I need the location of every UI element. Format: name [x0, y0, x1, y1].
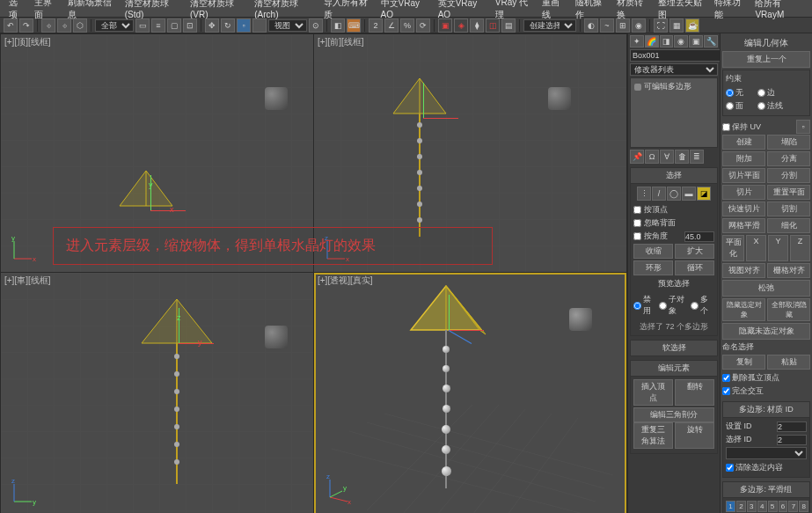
- undo-icon[interactable]: ↶: [4, 18, 18, 33]
- edit-tri-button[interactable]: 编辑三角剖分: [633, 407, 714, 422]
- create-button[interactable]: 创建: [722, 135, 765, 150]
- select-id-spinner[interactable]: [777, 435, 807, 445]
- viewport-perspective-label[interactable]: [+][透视][真实]: [318, 275, 373, 287]
- ring-button[interactable]: 环形: [633, 260, 673, 275]
- viewport-front-label[interactable]: [+][前][线框]: [318, 36, 364, 48]
- sg-2[interactable]: 2: [736, 501, 746, 512]
- constraint-normal-radio[interactable]: [757, 102, 765, 110]
- loop-button[interactable]: 循环: [675, 260, 714, 275]
- hierarchy-tab-icon[interactable]: ◨: [660, 35, 674, 48]
- selection-rollup-header[interactable]: 选择: [630, 167, 718, 184]
- preserve-uv-checkbox[interactable]: [722, 123, 730, 131]
- planar-y-button[interactable]: Y: [768, 235, 788, 261]
- set-id-spinner[interactable]: [777, 421, 807, 432]
- link-icon[interactable]: ⟐: [41, 18, 55, 33]
- edit-elements-rollup[interactable]: 编辑元素: [630, 360, 718, 377]
- msmooth-button[interactable]: 网格平滑: [722, 218, 765, 233]
- angle-spinner[interactable]: [684, 231, 714, 242]
- scale-icon[interactable]: ▫: [237, 18, 251, 33]
- border-subobj-icon[interactable]: ◯: [667, 187, 681, 201]
- viewport-left-label[interactable]: [+][車][线框]: [4, 275, 51, 287]
- selection-filter[interactable]: 全部: [95, 19, 134, 32]
- split-button[interactable]: 分割: [767, 168, 810, 183]
- unhide-all-button[interactable]: 全部取消隐藏: [767, 298, 810, 321]
- make-unique-icon[interactable]: ∀: [660, 150, 674, 164]
- edge-subobj-icon[interactable]: /: [652, 187, 666, 201]
- paste-sel-button[interactable]: 粘贴: [767, 355, 810, 370]
- constraint-face-radio[interactable]: [726, 102, 734, 110]
- sg-4[interactable]: 4: [757, 501, 767, 512]
- pin-stack-icon[interactable]: 📌: [630, 150, 644, 164]
- named-sel-icon[interactable]: ◈: [454, 18, 468, 33]
- material-editor-icon[interactable]: ◉: [632, 18, 646, 33]
- configure-sets-icon[interactable]: ≣: [690, 150, 704, 164]
- make-planar-button[interactable]: 平面化: [722, 235, 744, 261]
- pivot-icon[interactable]: ⊙: [309, 18, 323, 33]
- cut-button[interactable]: 切割: [767, 202, 810, 216]
- modify-tab-icon[interactable]: 🌈: [645, 35, 659, 48]
- hide-selected-button[interactable]: 隐藏选定对象: [722, 298, 765, 321]
- utilities-tab-icon[interactable]: 🔧: [704, 35, 718, 48]
- gizmo-left[interactable]: yz: [161, 326, 196, 361]
- rendered-frame-icon[interactable]: ▦: [669, 18, 684, 33]
- delete-isolated-checkbox[interactable]: [722, 374, 730, 382]
- snap-2d-icon[interactable]: 2: [369, 18, 383, 33]
- repeat-last-button[interactable]: 重复上一个: [722, 51, 810, 68]
- element-subobj-icon[interactable]: ◪: [697, 187, 711, 201]
- insert-vertex-button[interactable]: 插入顶点: [633, 379, 673, 406]
- preview-subobj-radio[interactable]: [659, 302, 667, 310]
- graphite-icon[interactable]: ◐: [584, 18, 598, 33]
- select-icon[interactable]: ▭: [135, 18, 150, 33]
- redo-icon[interactable]: ↷: [19, 18, 33, 33]
- constraint-none-radio[interactable]: [726, 89, 734, 97]
- sg-5[interactable]: 5: [768, 501, 778, 512]
- stack-editable-poly[interactable]: 可编辑多边形: [633, 80, 715, 93]
- preserve-uv-settings-icon[interactable]: ▫: [796, 120, 810, 134]
- polygon-subobj-icon[interactable]: ▬: [682, 187, 696, 201]
- modifier-list-dropdown[interactable]: 修改器列表: [630, 63, 718, 76]
- bind-icon[interactable]: ⬡: [73, 18, 87, 33]
- keyboard-icon[interactable]: ⌨: [347, 18, 361, 33]
- window-crossing-icon[interactable]: ⊡: [183, 18, 197, 33]
- menu-all-vraym[interactable]: 给所有VRayM: [750, 0, 808, 21]
- ref-coord-icon[interactable]: [252, 18, 267, 33]
- soft-selection-rollup[interactable]: 软选择: [630, 340, 718, 356]
- unlink-icon[interactable]: ⟐: [57, 18, 71, 33]
- select-manipulate-icon[interactable]: ◧: [331, 18, 345, 33]
- constraint-edge-radio[interactable]: [757, 89, 765, 97]
- by-vertex-checkbox[interactable]: [633, 206, 641, 214]
- tessellate-button[interactable]: 细化: [767, 218, 810, 233]
- show-result-icon[interactable]: Ω: [645, 150, 659, 164]
- select-name-icon[interactable]: ≡: [151, 18, 165, 33]
- slice-button[interactable]: 切片: [722, 185, 765, 200]
- snap-angle-icon[interactable]: ∠: [384, 18, 399, 33]
- turn-button[interactable]: 旋转: [675, 422, 714, 449]
- viewcube-perspective[interactable]: [569, 308, 592, 331]
- retriangulate-button[interactable]: 重复三角算法: [633, 422, 673, 449]
- flip-button[interactable]: 翻转: [675, 379, 714, 406]
- render-setup-icon[interactable]: ⛶: [654, 18, 668, 33]
- viewport-perspective[interactable]: [+][透视][真实]: [314, 273, 626, 513]
- schematic-icon[interactable]: ⊞: [616, 18, 630, 33]
- render-icon[interactable]: ☕: [685, 18, 699, 33]
- material-id-dropdown[interactable]: [726, 447, 807, 459]
- sg-3[interactable]: 3: [747, 501, 757, 512]
- shrink-button[interactable]: 收缩: [633, 244, 673, 259]
- snap-percent-icon[interactable]: %: [400, 18, 414, 33]
- named-selection-set[interactable]: 创建选择集: [523, 19, 576, 32]
- spinner-snap-icon[interactable]: ⟳: [416, 18, 430, 33]
- planar-z-button[interactable]: Z: [790, 235, 810, 261]
- viewport-top-label[interactable]: [+][顶][线框]: [4, 36, 51, 48]
- vertex-subobj-icon[interactable]: ⋮: [637, 187, 651, 201]
- attach-button[interactable]: 附加: [722, 151, 765, 166]
- preview-off-radio[interactable]: [633, 302, 641, 310]
- menu-special[interactable]: 特殊功能: [709, 0, 750, 23]
- view-align-button[interactable]: 视图对齐: [722, 263, 765, 278]
- gizmo-perspective[interactable]: [431, 312, 466, 348]
- motion-tab-icon[interactable]: ◉: [674, 35, 688, 48]
- viewcube-top[interactable]: [265, 87, 288, 110]
- copy-sel-button[interactable]: 复制: [722, 355, 765, 370]
- planar-x-button[interactable]: X: [746, 235, 766, 261]
- gizmo-top[interactable]: xy: [133, 193, 168, 228]
- edit-sel-icon[interactable]: ▣: [438, 18, 452, 33]
